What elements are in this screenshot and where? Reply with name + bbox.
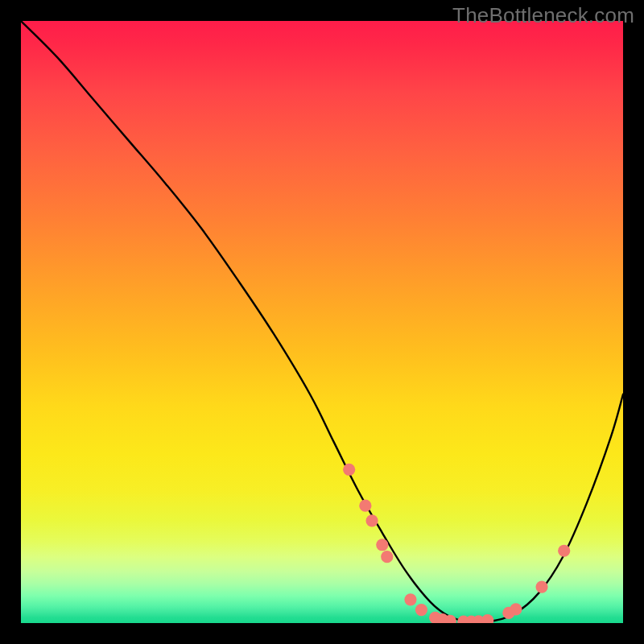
data-point <box>558 545 570 557</box>
bottleneck-curve <box>21 21 623 622</box>
data-point <box>481 614 493 623</box>
data-point <box>404 593 416 605</box>
data-point <box>365 514 378 526</box>
data-point <box>535 581 547 593</box>
chart-container: TheBottleneck.com <box>0 0 644 644</box>
watermark-text: TheBottleneck.com <box>452 3 634 28</box>
data-point <box>359 500 371 512</box>
data-point <box>343 464 355 476</box>
data-point <box>376 539 388 551</box>
chart-svg <box>21 21 623 623</box>
plot-area <box>21 21 623 623</box>
data-point <box>381 551 393 563</box>
data-point <box>510 603 522 615</box>
data-point <box>415 604 427 616</box>
data-point-group <box>343 464 570 623</box>
